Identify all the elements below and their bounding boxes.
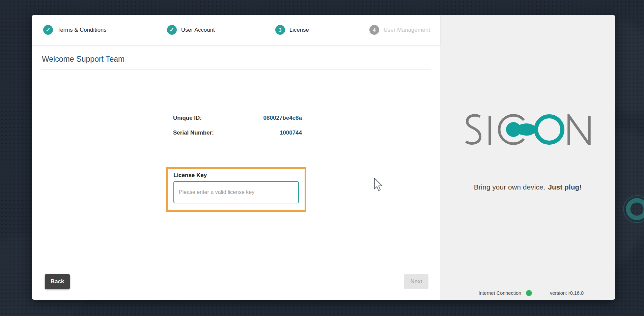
- step-number-badge: 4: [369, 25, 379, 35]
- connection-status-indicator: [526, 290, 532, 296]
- sicon-logo: [464, 114, 591, 145]
- device-info: Unique ID: 080027be4c8a Serial Number: 1…: [173, 115, 302, 144]
- check-icon: ✓: [167, 25, 177, 35]
- license-key-input[interactable]: [173, 181, 299, 203]
- brand-tagline: Bring your own device.Just plug!: [440, 183, 615, 191]
- step-label: Terms & Conditions: [57, 27, 107, 33]
- internet-connection-label: Internet Connection: [478, 290, 521, 296]
- serial-number-row: Serial Number: 1000744: [173, 130, 302, 136]
- tagline-bold: Just plug!: [548, 183, 582, 191]
- tagline-regular: Bring your own device.: [474, 183, 545, 191]
- stepper-connector: [111, 30, 162, 30]
- wizard-stepper: ✓ Terms & Conditions ✓ User Account 3 Li…: [32, 15, 440, 45]
- step-label: User Management: [384, 27, 430, 33]
- license-key-label: License Key: [173, 172, 299, 179]
- check-icon: ✓: [43, 25, 53, 35]
- stepper-connector: [314, 30, 365, 30]
- stepper-connector: [220, 30, 271, 30]
- background-target-ring-decoration: [623, 195, 644, 223]
- unique-id-label: Unique ID:: [173, 115, 202, 121]
- serial-number-label: Serial Number:: [173, 130, 214, 136]
- stepper-step-user-management: 4 User Management: [369, 25, 430, 35]
- stepper-step-terms-conditions[interactable]: ✓ Terms & Conditions: [43, 25, 107, 35]
- wizard-main-panel: ✓ Terms & Conditions ✓ User Account 3 Li…: [32, 15, 440, 300]
- unique-id-row: Unique ID: 080027be4c8a: [173, 115, 302, 121]
- version-label: version: r0.16.0: [550, 290, 584, 296]
- step-label: License: [289, 27, 309, 33]
- welcome-user-name: Support Team: [76, 55, 124, 63]
- welcome-prefix: Welcome: [42, 55, 74, 63]
- back-button[interactable]: Back: [45, 274, 70, 289]
- setup-wizard-window: ✓ Terms & Conditions ✓ User Account 3 Li…: [32, 15, 615, 300]
- status-bar-divider: [541, 289, 541, 297]
- page-title: WelcomeSupport Team: [41, 45, 431, 69]
- serial-number-value: 1000744: [280, 130, 302, 136]
- brand-panel: Bring your own device.Just plug! Interne…: [440, 15, 615, 300]
- check-glyph: ✓: [169, 27, 174, 33]
- check-glyph: ✓: [46, 27, 50, 33]
- license-key-highlight-box: License Key: [166, 167, 306, 212]
- step-number-badge: 3: [275, 25, 285, 35]
- stepper-step-license[interactable]: 3 License: [275, 25, 309, 35]
- step-label: User Account: [181, 27, 215, 33]
- unique-id-value: 080027be4c8a: [263, 115, 302, 121]
- stepper-step-user-account[interactable]: ✓ User Account: [167, 25, 215, 35]
- next-button[interactable]: Next: [404, 274, 428, 289]
- status-bar: Internet Connection version: r0.16.0: [478, 289, 584, 297]
